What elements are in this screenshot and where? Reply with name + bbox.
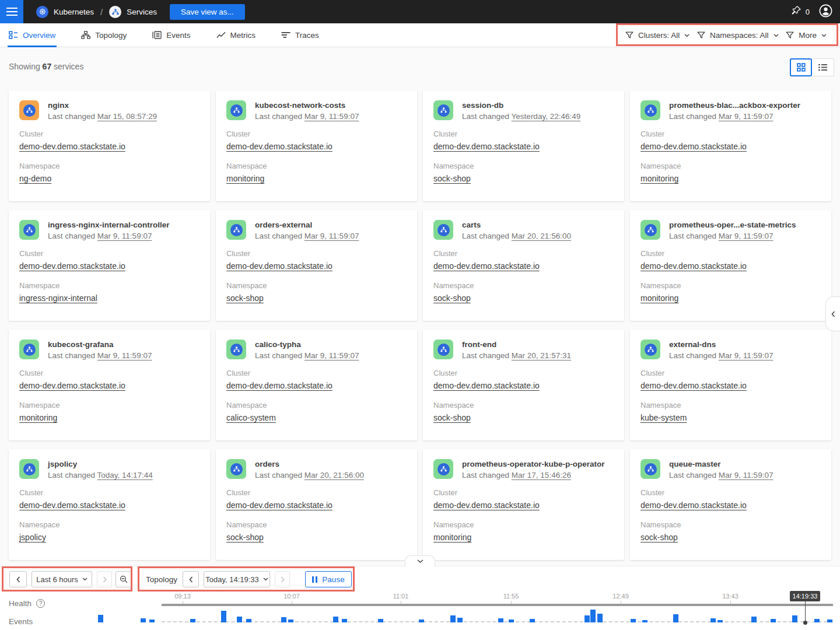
service-card[interactable]: prometheus-blac...ackbox-exporter Last c… bbox=[630, 90, 831, 201]
pause-button[interactable]: Pause bbox=[305, 571, 352, 587]
cluster-link[interactable]: demo-dev.demo.stackstate.io bbox=[226, 261, 332, 271]
service-card[interactable]: orders Last changed Mar 20, 21:56:00 Clu… bbox=[216, 449, 417, 560]
current-time-marker[interactable] bbox=[805, 601, 806, 622]
cluster-link[interactable]: demo-dev.demo.stackstate.io bbox=[433, 501, 540, 510]
cluster-link[interactable]: demo-dev.demo.stackstate.io bbox=[19, 261, 125, 271]
service-name[interactable]: prometheus-oper...e-state-metrics bbox=[669, 220, 796, 229]
service-name[interactable]: ingress-nginx-internal-controller bbox=[48, 220, 170, 229]
health-timeline-bar[interactable] bbox=[162, 604, 833, 606]
last-changed-link[interactable]: Mar 9, 11:59:07 bbox=[304, 232, 359, 240]
list-view-button[interactable] bbox=[812, 58, 834, 76]
namespace-link[interactable]: sock-shop bbox=[640, 533, 678, 542]
service-card[interactable]: prometheus-oper...e-state-metrics Last c… bbox=[630, 210, 831, 321]
service-name[interactable]: kubecost-grafana bbox=[48, 340, 152, 349]
service-name[interactable]: carts bbox=[462, 220, 571, 229]
service-card[interactable]: session-db Last changed Yesterday, 22:46… bbox=[423, 90, 624, 201]
last-changed-link[interactable]: Mar 9, 11:59:07 bbox=[719, 232, 774, 240]
service-card[interactable]: ingress-nginx-internal-controller Last c… bbox=[9, 210, 210, 321]
hamburger-menu-button[interactable] bbox=[0, 0, 23, 23]
zoom-out-button[interactable] bbox=[116, 571, 132, 587]
last-changed-link[interactable]: Mar 9, 11:59:07 bbox=[719, 112, 774, 121]
last-changed-link[interactable]: Mar 20, 21:56:00 bbox=[304, 471, 364, 480]
namespace-link[interactable]: ng-demo bbox=[19, 174, 51, 183]
cluster-link[interactable]: demo-dev.demo.stackstate.io bbox=[19, 501, 125, 510]
namespace-link[interactable]: monitoring bbox=[640, 174, 678, 183]
service-name[interactable]: nginx bbox=[48, 101, 157, 110]
namespace-link[interactable]: monitoring bbox=[226, 174, 264, 183]
breadcrumb-view[interactable]: Services bbox=[127, 8, 157, 16]
time-range-forward-button[interactable] bbox=[97, 571, 112, 587]
last-changed-link[interactable]: Mar 20, 21:56:00 bbox=[512, 232, 571, 240]
namespace-link[interactable]: monitoring bbox=[640, 293, 678, 303]
service-name[interactable]: orders bbox=[255, 460, 364, 468]
namespace-link[interactable]: ingress-nginx-internal bbox=[19, 293, 97, 303]
service-card[interactable]: kubecost-network-costs Last changed Mar … bbox=[216, 90, 417, 201]
service-card[interactable]: calico-typha Last changed Mar 9, 11:59:0… bbox=[216, 330, 417, 440]
topology-time-back-button[interactable] bbox=[183, 571, 199, 587]
service-name[interactable]: jspolicy bbox=[48, 460, 153, 468]
namespace-link[interactable]: sock-shop bbox=[433, 174, 471, 183]
pin-icon[interactable] bbox=[791, 5, 802, 18]
save-view-button[interactable]: Save view as... bbox=[170, 4, 245, 20]
last-changed-link[interactable]: Mar 9, 11:59:07 bbox=[97, 232, 152, 240]
service-name[interactable]: kubecost-network-costs bbox=[255, 101, 359, 110]
service-card[interactable]: orders-external Last changed Mar 9, 11:5… bbox=[216, 210, 417, 321]
cluster-link[interactable]: demo-dev.demo.stackstate.io bbox=[640, 381, 747, 390]
clusters-filter-dropdown[interactable]: Clusters: All bbox=[625, 31, 690, 40]
namespace-link[interactable]: monitoring bbox=[433, 533, 471, 542]
tab-traces[interactable]: Traces bbox=[281, 23, 319, 47]
grid-view-button[interactable] bbox=[790, 58, 812, 76]
cluster-link[interactable]: demo-dev.demo.stackstate.io bbox=[640, 261, 747, 271]
service-name[interactable]: prometheus-blac...ackbox-exporter bbox=[669, 101, 800, 110]
service-name[interactable]: session-db bbox=[462, 101, 580, 110]
service-card[interactable]: prometheus-operator-kube-p-operator Last… bbox=[423, 449, 624, 560]
last-changed-link[interactable]: Mar 9, 11:59:07 bbox=[304, 112, 359, 121]
cluster-link[interactable]: demo-dev.demo.stackstate.io bbox=[640, 142, 747, 151]
service-card[interactable]: nginx Last changed Mar 15, 08:57:29 Clus… bbox=[9, 90, 210, 201]
tab-topology[interactable]: Topology bbox=[81, 23, 127, 47]
last-changed-link[interactable]: Mar 9, 11:59:07 bbox=[97, 351, 152, 360]
namespace-link[interactable]: sock-shop bbox=[433, 293, 471, 303]
more-filter-dropdown[interactable]: More bbox=[786, 31, 827, 40]
cluster-link[interactable]: demo-dev.demo.stackstate.io bbox=[433, 142, 540, 151]
breadcrumb-app[interactable]: Kubernetes bbox=[54, 8, 94, 16]
namespace-link[interactable]: sock-shop bbox=[226, 533, 264, 542]
namespaces-filter-dropdown[interactable]: Namespaces: All bbox=[697, 31, 779, 40]
cluster-link[interactable]: demo-dev.demo.stackstate.io bbox=[226, 381, 332, 390]
tab-metrics[interactable]: Metrics bbox=[216, 23, 256, 47]
namespace-link[interactable]: sock-shop bbox=[433, 413, 471, 422]
namespace-link[interactable]: sock-shop bbox=[226, 293, 264, 303]
topology-time-forward-button[interactable] bbox=[275, 571, 290, 587]
service-name[interactable]: front-end bbox=[462, 340, 571, 349]
last-changed-link[interactable]: Today, 14:17:44 bbox=[97, 471, 153, 480]
time-range-dropdown[interactable]: Last 6 hours bbox=[32, 571, 92, 587]
service-name[interactable]: external-dns bbox=[669, 340, 773, 349]
service-card[interactable]: external-dns Last changed Mar 9, 11:59:0… bbox=[630, 330, 831, 440]
service-card[interactable]: kubecost-grafana Last changed Mar 9, 11:… bbox=[9, 330, 210, 440]
time-range-back-button[interactable] bbox=[9, 571, 27, 587]
cluster-link[interactable]: demo-dev.demo.stackstate.io bbox=[640, 501, 747, 510]
last-changed-link[interactable]: Mar 20, 21:57:31 bbox=[512, 351, 571, 360]
last-changed-link[interactable]: Mar 9, 11:59:07 bbox=[719, 471, 774, 480]
namespace-link[interactable]: kube-system bbox=[640, 413, 687, 422]
tab-events[interactable]: Events bbox=[152, 23, 190, 47]
namespace-link[interactable]: jspolicy bbox=[19, 533, 46, 542]
user-avatar[interactable] bbox=[819, 4, 832, 20]
tab-overview[interactable]: Overview bbox=[9, 23, 55, 47]
service-name[interactable]: orders-external bbox=[255, 220, 359, 229]
namespace-link[interactable]: monitoring bbox=[19, 413, 57, 422]
last-changed-link[interactable]: Mar 9, 11:59:07 bbox=[304, 351, 359, 360]
help-icon[interactable]: ? bbox=[36, 599, 45, 608]
service-card[interactable]: jspolicy Last changed Today, 14:17:44 Cl… bbox=[9, 449, 210, 560]
cluster-link[interactable]: demo-dev.demo.stackstate.io bbox=[433, 381, 540, 390]
service-card[interactable]: carts Last changed Mar 20, 21:56:00 Clus… bbox=[423, 210, 624, 321]
cluster-link[interactable]: demo-dev.demo.stackstate.io bbox=[19, 142, 125, 151]
service-name[interactable]: calico-typha bbox=[255, 340, 359, 349]
right-panel-expander[interactable] bbox=[825, 296, 840, 331]
last-changed-link[interactable]: Mar 9, 11:59:07 bbox=[719, 351, 774, 360]
cluster-link[interactable]: demo-dev.demo.stackstate.io bbox=[226, 501, 332, 510]
current-time-badge[interactable]: 14:19:33 bbox=[790, 591, 820, 601]
timeline-collapse-tab[interactable] bbox=[405, 555, 435, 566]
cluster-link[interactable]: demo-dev.demo.stackstate.io bbox=[433, 261, 540, 271]
service-name[interactable]: prometheus-operator-kube-p-operator bbox=[462, 460, 605, 468]
